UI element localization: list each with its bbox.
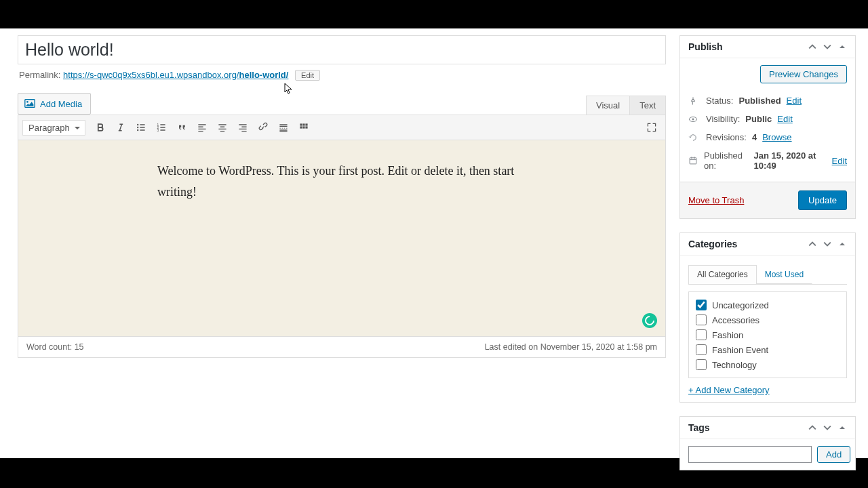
permalink-row: Permalink: https://s-qwc0q9x5xs6bl.eu1.w… bbox=[19, 70, 665, 81]
add-media-button[interactable]: Add Media bbox=[18, 93, 91, 115]
bold-button[interactable] bbox=[91, 118, 110, 137]
svg-rect-12 bbox=[302, 126, 304, 128]
svg-rect-13 bbox=[305, 126, 307, 128]
triangle-up-icon[interactable] bbox=[837, 42, 847, 52]
permalink-label: Permalink: bbox=[19, 70, 60, 80]
preview-changes-button[interactable]: Preview Changes bbox=[760, 65, 847, 83]
category-item[interactable]: Uncategorized bbox=[696, 298, 840, 312]
fullscreen-button[interactable] bbox=[642, 118, 661, 137]
category-label: Technology bbox=[712, 360, 757, 370]
format-select[interactable]: Paragraph bbox=[22, 120, 85, 136]
svg-point-0 bbox=[26, 101, 28, 103]
category-checkbox[interactable] bbox=[696, 329, 707, 340]
permalink-link[interactable]: https://s-qwc0q9x5xs6bl.eu1.wpsandbox.or… bbox=[63, 70, 288, 80]
published-date: Jan 15, 2020 at 10:49 bbox=[754, 150, 827, 171]
categories-panel-title: Categories bbox=[688, 239, 808, 249]
svg-point-3 bbox=[137, 127, 138, 128]
tags-input[interactable] bbox=[688, 446, 812, 463]
tags-panel-title: Tags bbox=[688, 422, 808, 433]
status-edit-link[interactable]: Edit bbox=[787, 96, 802, 106]
add-new-category-link[interactable]: + Add New Category bbox=[688, 385, 770, 395]
post-title-wrap bbox=[18, 35, 666, 64]
category-label: Accessories bbox=[712, 315, 760, 325]
link-button[interactable] bbox=[254, 118, 273, 137]
visibility-edit-link[interactable]: Edit bbox=[777, 114, 792, 124]
status-value: Published bbox=[738, 96, 781, 106]
editor-toolbar: Paragraph 123 bbox=[18, 115, 666, 140]
permalink-base: https://s-qwc0q9x5xs6bl.eu1.wpsandbox.or… bbox=[63, 70, 239, 80]
category-label: Uncategorized bbox=[712, 300, 769, 310]
post-content-editor[interactable]: Welcome to WordPress. This is your first… bbox=[18, 140, 666, 337]
post-content-text: Welcome to WordPress. This is your first… bbox=[157, 161, 530, 202]
revisions-browse-link[interactable]: Browse bbox=[762, 132, 791, 142]
tags-add-button[interactable]: Add bbox=[817, 446, 850, 463]
category-item[interactable]: Fashion Event bbox=[696, 342, 840, 357]
chevron-up-icon[interactable] bbox=[808, 423, 817, 432]
tags-panel: Tags Add bbox=[679, 416, 856, 470]
blockquote-button[interactable] bbox=[172, 118, 191, 137]
align-left-button[interactable] bbox=[193, 118, 212, 137]
svg-rect-10 bbox=[305, 123, 307, 125]
align-right-button[interactable] bbox=[233, 118, 252, 137]
published-label: Published on: bbox=[704, 150, 749, 171]
svg-point-15 bbox=[692, 118, 694, 120]
category-checkbox[interactable] bbox=[696, 300, 707, 310]
svg-point-2 bbox=[137, 124, 138, 125]
publish-panel-title: Publish bbox=[688, 41, 808, 52]
category-tabs: All Categories Most Used bbox=[688, 265, 847, 285]
triangle-up-icon[interactable] bbox=[837, 239, 847, 249]
italic-button[interactable] bbox=[111, 118, 130, 137]
category-checkbox[interactable] bbox=[696, 314, 707, 325]
chevron-down-icon[interactable] bbox=[823, 239, 832, 249]
svg-text:3: 3 bbox=[157, 129, 159, 132]
publish-panel: Publish Preview Changes Status: Publishe… bbox=[679, 35, 856, 219]
svg-rect-11 bbox=[300, 126, 302, 128]
calendar-icon bbox=[688, 156, 698, 165]
category-item[interactable]: Fashion bbox=[696, 327, 840, 342]
media-icon bbox=[24, 98, 36, 110]
tab-text[interactable]: Text bbox=[629, 96, 666, 115]
category-checkbox[interactable] bbox=[696, 344, 707, 355]
category-list: Uncategorized Accessories Fashion Fashio… bbox=[688, 291, 847, 378]
bullet-list-button[interactable] bbox=[132, 118, 151, 137]
revisions-icon bbox=[688, 133, 701, 142]
category-item[interactable]: Accessories bbox=[696, 312, 840, 327]
published-edit-link[interactable]: Edit bbox=[832, 156, 847, 166]
category-label: Fashion bbox=[712, 330, 743, 340]
chevron-up-icon[interactable] bbox=[808, 42, 817, 52]
move-to-trash-link[interactable]: Move to Trash bbox=[688, 195, 744, 205]
category-item[interactable]: Technology bbox=[696, 357, 840, 372]
svg-rect-1 bbox=[25, 100, 35, 108]
visibility-label: Visibility: bbox=[706, 114, 740, 124]
read-more-button[interactable] bbox=[274, 118, 293, 137]
svg-rect-8 bbox=[300, 123, 302, 125]
update-button[interactable]: Update bbox=[798, 190, 847, 210]
revisions-label: Revisions: bbox=[706, 132, 747, 142]
grammarly-icon[interactable] bbox=[642, 313, 657, 328]
visibility-value: Public bbox=[745, 114, 772, 124]
toolbar-toggle-button[interactable] bbox=[294, 118, 313, 137]
tab-visual[interactable]: Visual bbox=[586, 96, 630, 115]
svg-point-4 bbox=[137, 129, 138, 131]
last-edited: Last edited on November 15, 2020 at 1:58… bbox=[485, 342, 657, 352]
chevron-down-icon[interactable] bbox=[823, 42, 832, 52]
post-title-input[interactable] bbox=[25, 40, 658, 60]
tab-all-categories[interactable]: All Categories bbox=[688, 265, 757, 284]
word-count: Word count: 15 bbox=[26, 342, 84, 352]
permalink-edit-button[interactable]: Edit bbox=[295, 70, 320, 81]
tab-most-used[interactable]: Most Used bbox=[756, 265, 812, 284]
editor-footer: Word count: 15 Last edited on November 1… bbox=[18, 337, 666, 358]
add-media-label: Add Media bbox=[40, 99, 82, 109]
triangle-up-icon[interactable] bbox=[837, 423, 847, 432]
svg-rect-9 bbox=[302, 123, 304, 125]
align-center-button[interactable] bbox=[213, 118, 232, 137]
editor-tabs: Visual Text bbox=[587, 96, 666, 115]
svg-rect-16 bbox=[690, 158, 696, 164]
pin-icon bbox=[688, 96, 701, 106]
numbered-list-button[interactable]: 123 bbox=[152, 118, 171, 137]
category-label: Fashion Event bbox=[712, 345, 768, 355]
categories-panel: Categories All Categories Most Used Unca… bbox=[679, 232, 856, 403]
chevron-up-icon[interactable] bbox=[808, 239, 817, 249]
chevron-down-icon[interactable] bbox=[823, 423, 832, 432]
category-checkbox[interactable] bbox=[696, 359, 707, 370]
